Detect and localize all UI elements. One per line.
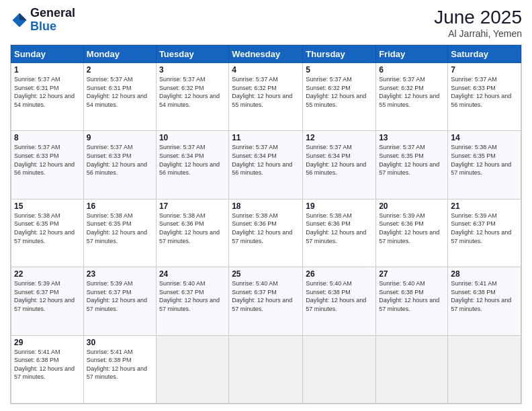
header-monday: Monday xyxy=(83,46,156,63)
calendar-cell: 6Sunrise: 5:37 AMSunset: 6:32 PMDaylight… xyxy=(376,63,448,131)
calendar-cell xyxy=(229,335,303,403)
day-number: 8 xyxy=(14,133,81,142)
day-info: Sunrise: 5:37 AMSunset: 6:31 PMDaylight:… xyxy=(87,75,153,109)
calendar-cell: 24Sunrise: 5:40 AMSunset: 6:37 PMDayligh… xyxy=(156,267,228,335)
calendar-cell: 19Sunrise: 5:38 AMSunset: 6:36 PMDayligh… xyxy=(303,199,376,267)
location: Al Jarrahi, Yemen xyxy=(434,28,522,39)
header-friday: Friday xyxy=(376,46,448,63)
day-number: 9 xyxy=(87,133,153,142)
day-info: Sunrise: 5:39 AMSunset: 6:37 PMDaylight:… xyxy=(451,212,518,245)
day-number: 29 xyxy=(14,338,81,347)
day-info: Sunrise: 5:37 AMSunset: 6:35 PMDaylight:… xyxy=(379,143,445,177)
calendar-week-3: 22Sunrise: 5:39 AMSunset: 6:37 PMDayligh… xyxy=(11,267,521,335)
day-number: 19 xyxy=(306,201,373,211)
day-number: 23 xyxy=(87,269,153,279)
day-number: 17 xyxy=(159,201,226,211)
calendar-cell xyxy=(303,335,376,403)
day-info: Sunrise: 5:39 AMSunset: 6:37 PMDaylight:… xyxy=(87,279,153,313)
day-info: Sunrise: 5:38 AMSunset: 6:35 PMDaylight:… xyxy=(87,212,153,245)
logo-blue: Blue xyxy=(30,20,75,34)
calendar-cell: 26Sunrise: 5:40 AMSunset: 6:38 PMDayligh… xyxy=(303,267,376,335)
day-info: Sunrise: 5:39 AMSunset: 6:36 PMDaylight:… xyxy=(379,212,445,245)
day-info: Sunrise: 5:38 AMSunset: 6:35 PMDaylight:… xyxy=(451,143,518,177)
day-info: Sunrise: 5:37 AMSunset: 6:32 PMDaylight:… xyxy=(379,75,445,109)
day-info: Sunrise: 5:37 AMSunset: 6:34 PMDaylight:… xyxy=(232,143,300,177)
day-number: 13 xyxy=(379,133,445,142)
day-number: 24 xyxy=(159,269,226,279)
calendar-cell: 2Sunrise: 5:37 AMSunset: 6:31 PMDaylight… xyxy=(83,63,156,131)
header: General Blue June 2025 Al Jarrahi, Yemen xyxy=(10,7,522,39)
day-info: Sunrise: 5:37 AMSunset: 6:31 PMDaylight:… xyxy=(14,75,81,109)
day-info: Sunrise: 5:37 AMSunset: 6:32 PMDaylight:… xyxy=(159,75,226,109)
calendar-cell: 1Sunrise: 5:37 AMSunset: 6:31 PMDaylight… xyxy=(11,63,84,131)
day-number: 28 xyxy=(451,269,518,279)
day-info: Sunrise: 5:37 AMSunset: 6:34 PMDaylight:… xyxy=(306,143,373,177)
day-number: 25 xyxy=(232,269,300,279)
day-number: 5 xyxy=(306,65,373,75)
day-info: Sunrise: 5:37 AMSunset: 6:33 PMDaylight:… xyxy=(87,143,153,177)
day-number: 4 xyxy=(232,65,300,75)
day-info: Sunrise: 5:38 AMSunset: 6:36 PMDaylight:… xyxy=(159,212,226,245)
calendar: Sunday Monday Tuesday Wednesday Thursday… xyxy=(10,44,522,404)
day-info: Sunrise: 5:41 AMSunset: 6:38 PMDaylight:… xyxy=(14,348,81,381)
calendar-cell: 10Sunrise: 5:37 AMSunset: 6:34 PMDayligh… xyxy=(156,131,228,199)
calendar-cell: 21Sunrise: 5:39 AMSunset: 6:37 PMDayligh… xyxy=(448,199,521,267)
day-info: Sunrise: 5:41 AMSunset: 6:38 PMDaylight:… xyxy=(451,279,518,313)
day-number: 14 xyxy=(451,133,518,142)
day-number: 21 xyxy=(451,201,518,211)
day-info: Sunrise: 5:40 AMSunset: 6:37 PMDaylight:… xyxy=(232,279,300,313)
calendar-cell xyxy=(156,335,228,403)
day-number: 3 xyxy=(159,65,226,75)
day-number: 27 xyxy=(379,269,445,279)
calendar-cell: 11Sunrise: 5:37 AMSunset: 6:34 PMDayligh… xyxy=(229,131,303,199)
day-info: Sunrise: 5:41 AMSunset: 6:38 PMDaylight:… xyxy=(87,348,153,381)
day-number: 30 xyxy=(87,338,153,347)
calendar-cell xyxy=(376,335,448,403)
header-saturday: Saturday xyxy=(448,46,521,63)
title-block: June 2025 Al Jarrahi, Yemen xyxy=(434,7,522,39)
day-number: 26 xyxy=(306,269,373,279)
day-info: Sunrise: 5:37 AMSunset: 6:34 PMDaylight:… xyxy=(159,143,226,177)
month-year: June 2025 xyxy=(434,7,522,28)
day-info: Sunrise: 5:39 AMSunset: 6:37 PMDaylight:… xyxy=(14,279,81,313)
svg-marker-1 xyxy=(19,13,27,20)
calendar-cell: 15Sunrise: 5:38 AMSunset: 6:35 PMDayligh… xyxy=(11,199,84,267)
logo-icon xyxy=(10,11,29,30)
day-info: Sunrise: 5:38 AMSunset: 6:36 PMDaylight:… xyxy=(232,212,300,245)
day-number: 15 xyxy=(14,201,81,211)
header-sunday: Sunday xyxy=(11,46,84,63)
calendar-cell: 14Sunrise: 5:38 AMSunset: 6:35 PMDayligh… xyxy=(448,131,521,199)
calendar-cell: 22Sunrise: 5:39 AMSunset: 6:37 PMDayligh… xyxy=(11,267,84,335)
header-tuesday: Tuesday xyxy=(156,46,228,63)
calendar-cell: 9Sunrise: 5:37 AMSunset: 6:33 PMDaylight… xyxy=(83,131,156,199)
day-number: 22 xyxy=(14,269,81,279)
calendar-cell: 13Sunrise: 5:37 AMSunset: 6:35 PMDayligh… xyxy=(376,131,448,199)
calendar-week-1: 8Sunrise: 5:37 AMSunset: 6:33 PMDaylight… xyxy=(11,131,521,199)
day-number: 16 xyxy=(87,201,153,211)
calendar-cell: 25Sunrise: 5:40 AMSunset: 6:37 PMDayligh… xyxy=(229,267,303,335)
calendar-cell: 28Sunrise: 5:41 AMSunset: 6:38 PMDayligh… xyxy=(448,267,521,335)
calendar-cell: 16Sunrise: 5:38 AMSunset: 6:35 PMDayligh… xyxy=(83,199,156,267)
day-info: Sunrise: 5:40 AMSunset: 6:38 PMDaylight:… xyxy=(379,279,445,313)
day-number: 12 xyxy=(306,133,373,142)
calendar-week-4: 29Sunrise: 5:41 AMSunset: 6:38 PMDayligh… xyxy=(11,335,521,403)
calendar-cell: 17Sunrise: 5:38 AMSunset: 6:36 PMDayligh… xyxy=(156,199,228,267)
day-info: Sunrise: 5:38 AMSunset: 6:36 PMDaylight:… xyxy=(306,212,373,245)
day-number: 7 xyxy=(451,65,518,75)
day-info: Sunrise: 5:38 AMSunset: 6:35 PMDaylight:… xyxy=(14,212,81,245)
calendar-cell: 23Sunrise: 5:39 AMSunset: 6:37 PMDayligh… xyxy=(83,267,156,335)
calendar-cell: 12Sunrise: 5:37 AMSunset: 6:34 PMDayligh… xyxy=(303,131,376,199)
day-number: 10 xyxy=(159,133,226,142)
calendar-cell xyxy=(448,335,521,403)
logo-general: General xyxy=(30,7,75,20)
calendar-cell: 27Sunrise: 5:40 AMSunset: 6:38 PMDayligh… xyxy=(376,267,448,335)
day-info: Sunrise: 5:37 AMSunset: 6:33 PMDaylight:… xyxy=(14,143,81,177)
day-number: 20 xyxy=(379,201,445,211)
day-number: 1 xyxy=(14,65,81,75)
day-number: 18 xyxy=(232,201,300,211)
calendar-cell: 8Sunrise: 5:37 AMSunset: 6:33 PMDaylight… xyxy=(11,131,84,199)
calendar-cell: 7Sunrise: 5:37 AMSunset: 6:33 PMDaylight… xyxy=(448,63,521,131)
calendar-cell: 3Sunrise: 5:37 AMSunset: 6:32 PMDaylight… xyxy=(156,63,228,131)
calendar-header-row: Sunday Monday Tuesday Wednesday Thursday… xyxy=(11,46,521,63)
calendar-table: Sunday Monday Tuesday Wednesday Thursday… xyxy=(11,45,521,404)
